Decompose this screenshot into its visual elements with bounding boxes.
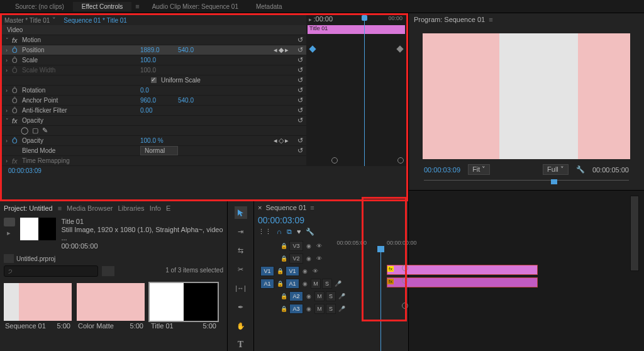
linked-selection-icon[interactable]: ⧉ (287, 228, 292, 236)
solo-button[interactable]: S (326, 291, 336, 301)
dropdown-icon[interactable]: ˅ (52, 16, 56, 25)
anchor-y[interactable]: 540.0 (178, 97, 216, 104)
track-v2[interactable]: V2 (289, 254, 303, 264)
add-keyframe-icon[interactable]: ◆ (279, 46, 284, 54)
timecode-display[interactable]: 00:00:03:09 (258, 215, 404, 225)
expand-icon[interactable]: ˅ (6, 37, 12, 43)
toggle-output-icon[interactable]: ◉ (304, 255, 313, 262)
project-item[interactable]: Color Matte5:00 (77, 283, 145, 331)
expand-icon[interactable]: › (6, 87, 12, 94)
playhead[interactable] (364, 15, 365, 166)
lock-icon[interactable]: 🔒 (279, 306, 288, 312)
reset-icon[interactable]: ↺ (294, 46, 306, 54)
tab-libraries[interactable]: Libraries (118, 204, 144, 212)
ripple-edit-tool[interactable]: ⇆ (235, 244, 247, 257)
playhead[interactable] (380, 246, 381, 351)
tab-info[interactable]: Info (150, 204, 161, 212)
track-v1[interactable]: V1 (286, 266, 299, 276)
stopwatch-icon[interactable]: Ô (12, 107, 21, 114)
reset-icon[interactable]: ↺ (294, 86, 306, 94)
clip-bar[interactable]: Title 01 (308, 25, 405, 34)
panel-menu-icon[interactable]: ≡ (58, 204, 62, 212)
add-keyframe-icon[interactable]: ◇ (279, 136, 284, 145)
selection-tool[interactable] (235, 206, 247, 219)
prev-keyframe-icon[interactable]: ◂ (274, 136, 277, 145)
stopwatch-icon[interactable]: Ô (12, 57, 21, 64)
rotation-value[interactable]: 0.0 (140, 87, 178, 94)
snap-icon[interactable]: ∩ (277, 228, 282, 236)
reset-icon[interactable]: ↺ (294, 116, 306, 125)
tab-project[interactable]: Project: Untitled (4, 204, 53, 212)
keyframe-diamond[interactable] (396, 45, 403, 52)
lock-icon[interactable]: 🔒 (275, 281, 284, 287)
prev-keyframe-icon[interactable]: ◂ (274, 46, 277, 54)
track-a2[interactable]: A2 (289, 291, 303, 301)
program-time-ruler[interactable] (424, 180, 629, 186)
stopwatch-icon[interactable]: Ô (12, 97, 21, 104)
reset-icon[interactable]: ↺ (294, 76, 306, 84)
timecode-display[interactable]: 00:00:03:09 (424, 166, 460, 174)
expand-icon[interactable]: › (6, 158, 12, 164)
reset-icon[interactable]: ↺ (294, 56, 306, 64)
reset-icon[interactable]: ↺ (294, 136, 306, 145)
toggle-output-icon[interactable]: ◉ (304, 243, 313, 249)
next-keyframe-icon[interactable]: ▸ (285, 46, 289, 54)
next-keyframe-icon[interactable]: ▸ (285, 136, 289, 145)
ellipse-mask-icon[interactable]: ◯ (21, 126, 28, 135)
uniform-scale-checkbox[interactable] (150, 77, 157, 84)
toggle-output-icon[interactable]: ◉ (301, 281, 309, 287)
panel-menu-icon[interactable]: ≡ (489, 16, 492, 23)
settings-icon[interactable]: 🔧 (306, 228, 314, 236)
lock-icon[interactable]: 🔒 (275, 268, 284, 274)
stopwatch-icon[interactable]: Ô (12, 47, 21, 54)
tab-effect-controls[interactable]: Effect Controls (73, 2, 131, 11)
solo-button[interactable]: S (326, 304, 336, 314)
eye-icon[interactable]: 👁 (311, 268, 319, 274)
pen-tool[interactable]: ✒ (235, 301, 247, 313)
rect-mask-icon[interactable]: ▢ (32, 126, 38, 135)
expand-icon[interactable]: › (6, 138, 12, 144)
voice-icon[interactable]: 🎤 (337, 293, 346, 299)
stopwatch-icon[interactable]: Ô (12, 87, 21, 94)
expand-icon[interactable]: › (6, 57, 12, 64)
pen-mask-icon[interactable]: ✎ (42, 126, 48, 135)
project-item[interactable]: Sequence 015:00 (4, 283, 72, 331)
playhead-marker[interactable] (551, 179, 557, 184)
position-x[interactable]: 1889.0 (140, 47, 178, 53)
anchor-x[interactable]: 960.0 (140, 97, 178, 104)
voice-icon[interactable]: 🎤 (333, 281, 342, 287)
type-tool[interactable]: T (235, 338, 247, 351)
scroll-handle[interactable] (402, 265, 408, 271)
lock-icon[interactable]: 🔒 (279, 293, 288, 299)
source-v1[interactable]: V1 (260, 266, 274, 276)
mute-button[interactable]: M (311, 279, 321, 289)
opacity-value[interactable]: 100.0 % (140, 137, 178, 144)
toggle-output-icon[interactable]: ◉ (304, 306, 313, 312)
reset-icon[interactable]: ↺ (294, 66, 306, 74)
reset-icon[interactable]: ↺ (294, 96, 306, 104)
track-v3[interactable]: V3 (289, 241, 303, 251)
slip-tool[interactable]: |↔| (235, 282, 247, 294)
play-preview-icon[interactable]: ▸ (4, 229, 14, 237)
scroll-handle[interactable] (397, 157, 404, 164)
mute-button[interactable]: M (314, 304, 325, 314)
video-group-label[interactable]: Video (6, 26, 125, 33)
eye-icon[interactable]: 👁 (314, 243, 323, 249)
effect-controls-timeline[interactable]: ▸ :00:00 00:00 Title 01 (306, 15, 406, 166)
time-remap-label[interactable]: Time Remapping (21, 157, 140, 164)
blend-mode-select[interactable]: Normal (140, 146, 178, 155)
timecode-display[interactable]: 00:00:03:09 (8, 167, 42, 176)
antiflicker-value[interactable]: 0.00 (140, 107, 178, 114)
tab-media-browser[interactable]: Media Browser (67, 204, 113, 212)
razor-tool[interactable]: ✂ (235, 263, 247, 276)
opacity-label[interactable]: Opacity (21, 117, 140, 124)
panel-menu-icon[interactable]: ≡ (135, 3, 139, 10)
lock-icon[interactable]: 🔒 (279, 243, 288, 249)
toggle-output-icon[interactable]: ◉ (304, 293, 313, 299)
tab-source[interactable]: Source: (no clips) (6, 2, 73, 11)
tab-audio-mixer[interactable]: Audio Clip Mixer: Sequence 01 (143, 2, 247, 11)
clip-v2[interactable]: fx (387, 265, 538, 275)
track-a1[interactable]: A1 (286, 279, 299, 289)
hand-tool[interactable]: ✋ (235, 320, 247, 332)
scroll-handle[interactable] (402, 303, 408, 309)
